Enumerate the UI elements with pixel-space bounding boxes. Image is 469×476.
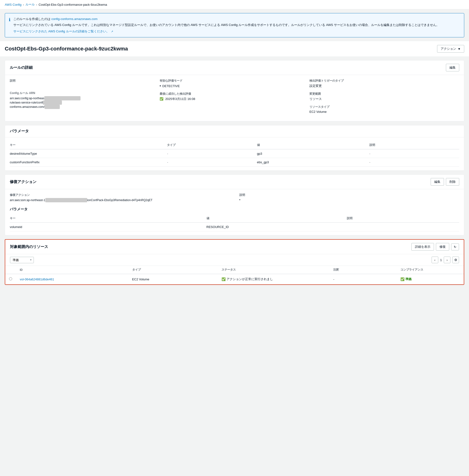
resource-type-value: EC2 Volume: [309, 110, 459, 113]
refresh-button[interactable]: ↻: [451, 243, 459, 250]
remediation-delete-button[interactable]: 削除: [446, 178, 459, 186]
param-type: -: [167, 149, 257, 158]
filter-select: 準拠 非準拠 すべて: [10, 257, 34, 263]
remediation-action-col: 修復アクション arn:aws:ssm:ap-northeast-1XXXXXX…: [10, 193, 230, 202]
resources-header: 対象範囲内のリソース 詳細を表示 修復 ↻: [5, 240, 464, 254]
rem-param-desc: [347, 222, 459, 231]
description-label: 説明: [10, 79, 160, 83]
param-col-value: 値: [257, 141, 369, 149]
page-header: CostOpt-Ebs-Gp3-conformance-pack-9zuc2kw…: [0, 41, 469, 56]
param-value: gp3: [257, 149, 369, 158]
remediation-card: 修復アクション 編集 削除 修復アクション arn:aws:ssm:ap-nor…: [5, 175, 464, 235]
filter-dropdown[interactable]: 準拠 非準拠 すべて: [10, 257, 34, 263]
resources-col-id: ID: [16, 266, 128, 274]
param-type: -: [167, 158, 257, 167]
parameters-card: パラメータ キー タイプ 値 説明 desiredVolumeType - gp…: [5, 125, 464, 171]
change-scope-value: リソース: [309, 97, 459, 101]
remediation-params-table: キー 値 説明 volumeid RESOURCE_ID: [10, 214, 459, 231]
remediation-edit-button[interactable]: 編集: [431, 178, 444, 186]
breadcrumb-current: CostOpt-Ebs-Gp3-conformance-pack-9zuc2kw…: [39, 3, 107, 6]
resource-type: EC2 Volume: [128, 274, 218, 285]
resources-col-type: タイプ: [128, 266, 218, 274]
remediation-action-label: 修復アクション: [10, 193, 230, 197]
table-settings-button[interactable]: ⚙: [452, 256, 459, 263]
compliance-check-icon: ✅: [401, 277, 404, 281]
show-details-button[interactable]: 詳細を表示: [411, 243, 434, 251]
change-scope-label: 変更範囲: [309, 92, 459, 96]
rem-param-key: volumeid: [10, 222, 206, 231]
arn-blurred-1: XXXXXXXXXXXXXXXXXXX: [44, 96, 81, 100]
resources-col-radio: [5, 266, 16, 274]
resource-note: -: [329, 274, 396, 285]
arn-prefix: arn:aws:config:ap-northeas: [10, 97, 44, 100]
breadcrumb-aws-config[interactable]: AWS Config: [5, 3, 21, 6]
rule-details-header: ルールの詳細 編集: [5, 61, 464, 75]
parameters-header: パラメータ: [5, 126, 464, 137]
trigger-type-label: 検出評価トリガーのタイプ: [309, 79, 459, 83]
filter-dropdown-wrap[interactable]: 準拠 非準拠 すべて: [10, 257, 34, 263]
param-desc: -: [369, 158, 459, 167]
remediation-title: 修復アクション: [10, 179, 36, 184]
breadcrumb: AWS Config › ルール › CostOpt-Ebs-Gp3-confo…: [0, 0, 469, 9]
trigger-type-value: 設定変更: [309, 84, 459, 88]
arn-line3: conforms.amazonaws.com/: [10, 105, 45, 109]
rem-param-col-desc: 説明: [347, 214, 459, 222]
param-row: desiredVolumeType - gp3 -: [10, 149, 459, 158]
remediation-desc-label: 説明: [239, 193, 459, 197]
resource-id-link[interactable]: vol-064a624881d6de461: [20, 278, 54, 281]
info-banner: ℹ このルールを作成したのは config-conforms.amazonaws…: [5, 13, 464, 37]
resources-col-status: ステータス: [218, 266, 329, 274]
bullet-dot: •: [160, 84, 161, 88]
resource-radio-cell[interactable]: [5, 274, 16, 285]
param-key: customFunctionPrefix: [10, 158, 167, 167]
breadcrumb-rules[interactable]: ルール: [25, 2, 35, 7]
info-banner-text: このルールを作成したのは config-conforms.amazonaws.c…: [13, 17, 439, 34]
rem-param-value: RESOURCE_ID: [206, 222, 347, 231]
resources-col-note: 注釈: [329, 266, 396, 274]
detective-bullet: • DETECTIVE: [160, 84, 309, 88]
pagination: ‹ 1 › ⚙: [432, 256, 459, 263]
remediation-desc-col: 説明 •: [239, 193, 459, 202]
actions-label: アクション: [441, 47, 456, 51]
remediation-arn-blurred: XXXXXXXXXXXXXXXXXXXXXX: [45, 198, 87, 202]
param-value: ebs_gp3: [257, 158, 369, 167]
param-key: desiredVolumeType: [10, 149, 167, 158]
arn-blurred-3: XXXXXXXX: [45, 105, 60, 109]
last-eval-text: 2025年3月11日 16:08: [165, 97, 195, 101]
parameters-table: キー タイプ 値 説明 desiredVolumeType - gp3 - cu…: [10, 141, 459, 167]
detail-col-right: 検出評価トリガーのタイプ 設定変更 変更範囲 リソース リソースタイプ EC2 …: [309, 79, 459, 117]
resource-status: ✅ アクションが正常に実行されまし: [218, 274, 329, 285]
details-grid: 説明 Config ルール ARN arn:aws:config:ap-nort…: [10, 79, 459, 117]
info-link[interactable]: config-conforms.amazonaws.com: [51, 17, 98, 21]
prev-page-button[interactable]: ‹: [432, 256, 438, 263]
remediation-body: 修復アクション arn:aws:ssm:ap-northeast-1XXXXXX…: [5, 189, 464, 235]
resource-type-label: リソースタイプ: [309, 105, 459, 109]
resources-section: 対象範囲内のリソース 詳細を表示 修復 ↻ 準拠 非準拠 すべて ‹ 1 › ⚙: [5, 239, 464, 285]
next-page-button[interactable]: ›: [444, 256, 451, 263]
eval-mode-text: DETECTIVE: [162, 84, 180, 88]
eval-mode-label: 有効な評価モード: [160, 79, 309, 83]
resources-title: 対象範囲内のリソース: [10, 244, 48, 249]
rem-param-row: volumeid RESOURCE_ID: [10, 222, 459, 231]
rem-param-col-value: 値: [206, 214, 347, 222]
parameters-title: パラメータ: [10, 129, 29, 134]
breadcrumb-sep-1: ›: [23, 3, 24, 6]
actions-button[interactable]: アクション ▼: [437, 45, 464, 53]
info-link-bottom[interactable]: サービスにリンクされた AWS Config ルールの詳細をご覧ください。: [13, 30, 109, 33]
resource-compliance: ✅準拠: [397, 274, 464, 285]
remediation-arn-prefix: arn:aws:ssm:ap-northeast-1: [10, 198, 45, 202]
eval-mode-value: • DETECTIVE: [160, 84, 309, 88]
info-title-prefix: このルールを作成したのは: [13, 17, 51, 21]
detail-col-middle: 有効な評価モード • DETECTIVE 最後に成功した検出評価 ✅ 2025年…: [160, 79, 309, 117]
parameters-body: キー タイプ 値 説明 desiredVolumeType - gp3 - cu…: [5, 137, 464, 170]
remediation-params-title: パラメータ: [10, 207, 459, 212]
remediation-arn-suffix: ionConfPack-EbsGp3Remediation-d4Tp4nRQ2q…: [87, 198, 152, 202]
rule-details-edit-button[interactable]: 編集: [446, 64, 459, 71]
detail-col-left: 説明 Config ルール ARN arn:aws:config:ap-nort…: [10, 79, 160, 117]
resources-controls: 詳細を表示 修復 ↻: [411, 243, 459, 251]
arn-label: Config ルール ARN: [10, 91, 160, 95]
remediate-button[interactable]: 修復: [436, 243, 449, 251]
resource-radio[interactable]: [9, 277, 12, 280]
page-number: 1: [440, 258, 442, 262]
resource-row: vol-064a624881d6de461 EC2 Volume ✅ アクション…: [5, 274, 464, 285]
